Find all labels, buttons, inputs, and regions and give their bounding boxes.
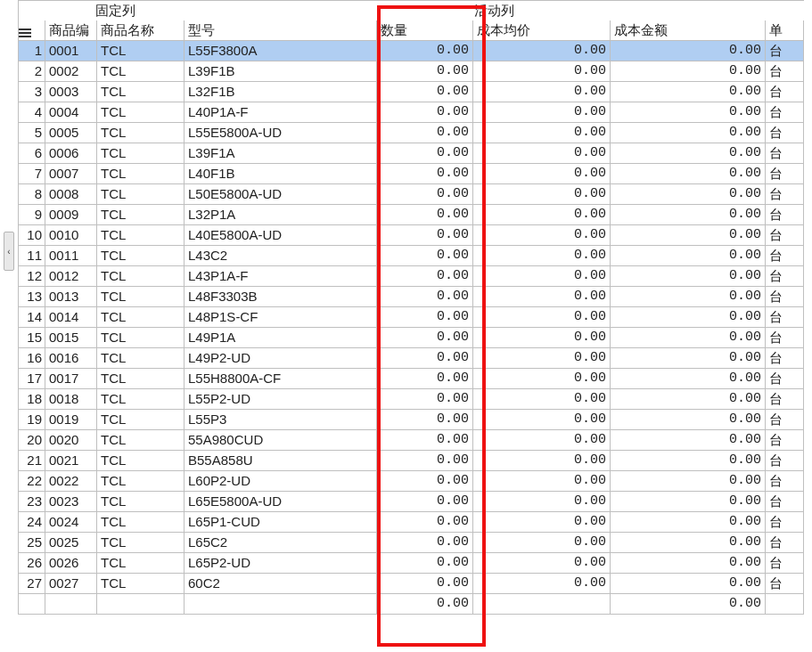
cell-avg[interactable]: 0.00 [473,82,611,102]
cell-qty[interactable]: 0.00 [377,266,473,286]
cell-amt[interactable]: 0.00 [611,348,766,368]
cell-amt[interactable]: 0.00 [611,123,766,143]
cell-name[interactable]: TCL [97,164,185,183]
cell-code[interactable]: 0023 [45,492,97,511]
cell-qty[interactable]: 0.00 [377,41,473,61]
col-header-avg[interactable]: 成本均价 [473,20,611,40]
cell-code[interactable]: 0018 [45,389,97,409]
cell-unit[interactable]: 台 [766,184,804,204]
cell-model[interactable]: L43P1A-F [185,266,377,286]
cell-code[interactable]: 0003 [45,82,97,102]
cell-model[interactable]: L65P2-UD [185,553,377,573]
cell-unit[interactable]: 台 [766,348,804,368]
cell-model[interactable]: L65P1-CUD [185,512,377,532]
cell-name[interactable]: TCL [97,184,185,204]
cell-model[interactable]: L40E5800A-UD [185,225,377,245]
cell-name[interactable]: TCL [97,61,185,81]
table-row[interactable]: 180018TCLL55P2-UD0.000.000.00台 [19,389,804,410]
table-row[interactable]: 40004TCLL40P1A-F0.000.000.00台 [19,102,804,123]
cell-unit[interactable]: 台 [766,574,804,593]
cell-name[interactable]: TCL [97,307,185,327]
cell-name[interactable]: TCL [97,205,185,224]
cell-amt[interactable]: 0.00 [611,533,766,552]
cell-avg[interactable]: 0.00 [473,430,611,450]
cell-amt[interactable]: 0.00 [611,184,766,204]
cell-name[interactable]: TCL [97,123,185,143]
cell-qty[interactable]: 0.00 [377,533,473,552]
cell-code[interactable]: 0024 [45,512,97,532]
cell-model[interactable]: L55P2-UD [185,389,377,409]
cell-avg[interactable]: 0.00 [473,266,611,286]
cell-qty[interactable]: 0.00 [377,430,473,450]
cell-code[interactable]: 0001 [45,41,97,61]
cell-amt[interactable]: 0.00 [611,225,766,245]
table-row[interactable]: 120012TCLL43P1A-F0.000.000.00台 [19,266,804,287]
cell-avg[interactable]: 0.00 [473,369,611,388]
table-row[interactable]: 80008TCLL50E5800A-UD0.000.000.00台 [19,184,804,205]
cell-name[interactable]: TCL [97,266,185,286]
cell-unit[interactable]: 台 [766,553,804,573]
cell-avg[interactable]: 0.00 [473,348,611,368]
cell-model[interactable]: L48F3303B [185,287,377,306]
cell-unit[interactable]: 台 [766,102,804,122]
cell-qty[interactable]: 0.00 [377,246,473,265]
sidebar-collapse-handle[interactable]: ‹ [4,232,14,271]
cell-model[interactable]: 55A980CUD [185,430,377,450]
cell-unit[interactable]: 台 [766,143,804,163]
cell-avg[interactable]: 0.00 [473,553,611,573]
cell-avg[interactable]: 0.00 [473,184,611,204]
table-row[interactable]: 150015TCLL49P1A0.000.000.00台 [19,328,804,348]
cell-unit[interactable]: 台 [766,246,804,265]
cell-model[interactable]: L55H8800A-CF [185,369,377,388]
cell-code[interactable]: 0006 [45,143,97,163]
cell-name[interactable]: TCL [97,102,185,122]
cell-unit[interactable]: 台 [766,61,804,81]
cell-unit[interactable]: 台 [766,410,804,429]
cell-amt[interactable]: 0.00 [611,287,766,306]
cell-unit[interactable]: 台 [766,164,804,183]
cell-avg[interactable]: 0.00 [473,533,611,552]
cell-amt[interactable]: 0.00 [611,307,766,327]
cell-amt[interactable]: 0.00 [611,451,766,470]
cell-model[interactable]: L55E5800A-UD [185,123,377,143]
cell-qty[interactable]: 0.00 [377,205,473,224]
cell-model[interactable]: L39F1A [185,143,377,163]
cell-qty[interactable]: 0.00 [377,307,473,327]
cell-amt[interactable]: 0.00 [611,246,766,265]
table-row[interactable]: 250025TCLL65C20.000.000.00台 [19,533,804,553]
cell-model[interactable]: L40F1B [185,164,377,183]
cell-model[interactable]: L55P3 [185,410,377,429]
cell-name[interactable]: TCL [97,41,185,61]
cell-name[interactable]: TCL [97,492,185,511]
cell-avg[interactable]: 0.00 [473,451,611,470]
cell-unit[interactable]: 台 [766,512,804,532]
cell-code[interactable]: 0019 [45,410,97,429]
cell-avg[interactable]: 0.00 [473,123,611,143]
col-header-unit[interactable]: 单 [766,20,804,40]
cell-model[interactable]: L48P1S-CF [185,307,377,327]
cell-name[interactable]: TCL [97,369,185,388]
cell-model[interactable]: L40P1A-F [185,102,377,122]
cell-model[interactable]: L32P1A [185,205,377,224]
cell-avg[interactable]: 0.00 [473,41,611,61]
cell-amt[interactable]: 0.00 [611,205,766,224]
col-header-model[interactable]: 型号 [185,20,377,40]
cell-code[interactable]: 0013 [45,287,97,306]
cell-qty[interactable]: 0.00 [377,61,473,81]
cell-name[interactable]: TCL [97,533,185,552]
cell-name[interactable]: TCL [97,287,185,306]
cell-code[interactable]: 0009 [45,205,97,224]
cell-avg[interactable]: 0.00 [473,410,611,429]
table-row[interactable]: 270027TCL60C20.000.000.00台 [19,574,804,594]
table-row[interactable]: 140014TCLL48P1S-CF0.000.000.00台 [19,307,804,328]
cell-avg[interactable]: 0.00 [473,307,611,327]
cell-avg[interactable]: 0.00 [473,574,611,593]
cell-amt[interactable]: 0.00 [611,389,766,409]
cell-avg[interactable]: 0.00 [473,512,611,532]
table-row[interactable]: 90009TCLL32P1A0.000.000.00台 [19,205,804,225]
cell-unit[interactable]: 台 [766,451,804,470]
cell-amt[interactable]: 0.00 [611,574,766,593]
cell-model[interactable]: L49P2-UD [185,348,377,368]
cell-code[interactable]: 0016 [45,348,97,368]
cell-code[interactable]: 0005 [45,123,97,143]
